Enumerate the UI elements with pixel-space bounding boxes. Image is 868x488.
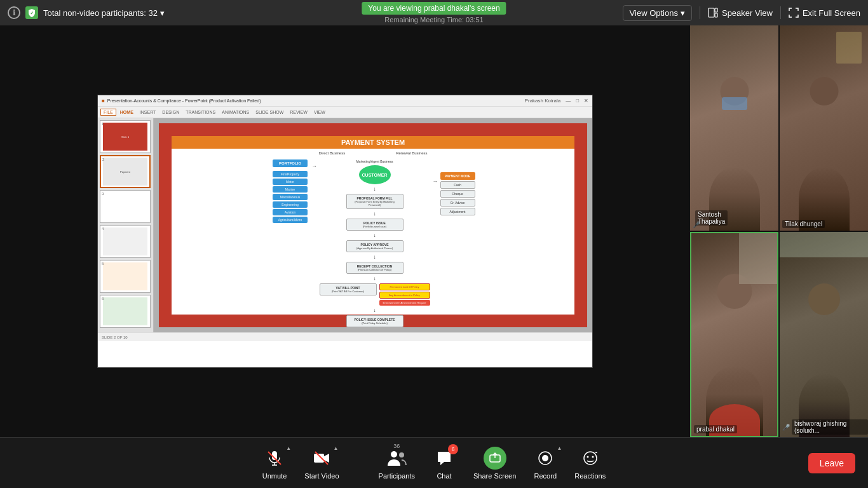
top-bar: ℹ Total non-video participants: 32 ▾ You… [0,0,868,25]
speaker-view-icon [708,8,718,18]
share-screen-button[interactable]: Share Screen [466,442,524,485]
bottom-bar: ▲ Unmute ▲ Start Video Participants [0,437,868,488]
slide-subtitle-right: Renewal Business [396,151,427,155]
complete-box: POLICY ISSUE COMPLETE (Print Policy Sche… [346,315,403,327]
chat-badge: 6 [448,444,458,454]
participants-icon-area [385,447,408,470]
video-name-1: Santosh Thapaliya [695,210,728,226]
marketing-label: Marketing/Agent Business [356,159,393,163]
ribbon-review[interactable]: REVIEW [287,109,310,115]
svg-point-10 [399,452,404,458]
video-cell-1: 🎤 Santosh Thapaliya [690,25,778,231]
participant-count-label[interactable]: Total non-video participants: 32 ▾ [43,8,165,18]
video-icon [313,449,330,467]
share-screen-icon-area [484,447,506,470]
slide-thumb-4[interactable]: 4 [100,225,151,258]
payment-slide: PAYMENT SYSTEM Direct Business Renewal B… [159,123,587,327]
item-motor: Motor [273,179,308,185]
reactions-icon-area [579,447,602,470]
start-video-button[interactable]: ▲ Start Video [297,442,346,485]
reactions-icon [580,449,600,467]
video-cell-4: 🎤 bishworaj ghishing (soluкh... [780,232,868,437]
ribbon-insert[interactable]: INSERT [137,109,159,115]
start-video-icon-area: ▲ [310,447,333,470]
item-aviation: Aviation [273,209,308,215]
ribbon-view[interactable]: VIEW [311,109,328,115]
ribbon-slideshow[interactable]: SLIDE SHOW [253,109,286,115]
video-name-4: bishworaj ghishing (soluкh... [792,419,868,435]
payment-adjust: Adjustment [440,208,475,215]
slide-thumb-3[interactable]: 3 [100,190,151,223]
item-marine: Marine [273,186,308,193]
payment-mode-box: PAYMENT MODE [440,172,475,180]
svg-point-13 [542,455,548,461]
slide-thumb-5[interactable]: 5 [100,260,151,293]
proposal-box: PROPOSAL FORM FILL (Proposal Form Entry … [346,194,403,209]
ppt-workspace: 1 Slide 1 2 Payment 3 [98,118,592,332]
payment-cheque: Cheque [440,190,475,198]
mute-icon-4: 🎤 [782,424,790,431]
record-icon [535,449,555,467]
permanent-lack-box: Permanent Lack Of Policy [379,283,430,290]
ribbon-file[interactable]: FILE [100,109,116,116]
svg-point-9 [391,451,397,458]
record-button[interactable]: ▲ Record [526,442,564,485]
unmute-button[interactable]: ▲ Unmute [255,442,295,485]
slide-thumb-1[interactable]: 1 Slide 1 [100,120,151,153]
ppt-titlebar: ■ Presentation-Accounts & Compliance - P… [98,95,592,107]
exit-fullscreen-icon [789,8,799,18]
info-icon[interactable]: ℹ [8,6,20,19]
svg-rect-0 [709,8,714,17]
slide-title: PAYMENT SYSTEM [172,136,574,149]
ribbon-design[interactable]: DESIGN [159,109,182,115]
record-chevron[interactable]: ▲ [557,445,562,451]
ammendment-box: Any Ammendment in Policy [379,292,430,299]
customer-box: CUSTOMER [359,165,391,184]
remaining-time: Remaining Meeting Time: 03:51 [384,16,483,24]
ribbon-home[interactable]: HOME [118,109,136,115]
ribbon-animations[interactable]: ANIMATIONS [219,109,252,115]
receipt-box: RECEIPT COLLECTION (Premium Collection o… [346,262,403,274]
slide-frame: ■ Presentation-Accounts & Compliance - P… [97,95,593,368]
viewing-banner: You are viewing prabal dhakal's screen [362,2,506,15]
video-cell-3: prabal dhakal [690,232,778,437]
share-circle [484,447,506,470]
speaker-view-button[interactable]: Speaker View [708,8,773,18]
divider [700,6,700,19]
participants-button[interactable]: Participants 36 [371,442,423,485]
exit-fullscreen-button[interactable]: Exit Full Screen [789,8,860,18]
video-chevron[interactable]: ▲ [334,445,339,451]
item-eng: Engineering [273,201,308,208]
slide-content: PAYMENT SYSTEM Direct Business Renewal B… [159,123,587,327]
item-misc: Miscellaneous [273,194,308,200]
main-content: ■ Presentation-Accounts & Compliance - P… [0,25,868,437]
slide-thumb-6[interactable]: 6 [100,295,151,328]
ribbon-transitions[interactable]: TRANSITIONS [183,109,218,115]
slide-inner: PAYMENT SYSTEM Direct Business Renewal B… [172,136,574,315]
slide-thumb-2[interactable]: 2 Payment [100,155,151,188]
svg-point-15 [587,456,588,458]
policy-approve-box: POLICY APPROVE (Approve By Authorized Pe… [346,240,403,252]
ppt-username: Prakash Koirala [525,98,560,104]
video-name-3: prabal dhakal [694,425,737,433]
chat-button[interactable]: 6 Chat [425,442,463,485]
unmute-chevron[interactable]: ▲ [286,445,291,451]
shield-icon [25,6,38,19]
leave-button[interactable]: Leave [808,453,855,473]
slide-count: SLIDE 2 OF 10 [102,336,128,339]
participants-icon [386,449,407,467]
mic-icon [266,449,283,467]
view-options-button[interactable]: View Options ▾ [623,5,692,21]
endorsement-box: Endorsement If Ammendment Require [379,300,430,306]
slide-area: ■ Presentation-Accounts & Compliance - P… [0,25,690,437]
reactions-button[interactable]: Reactions [567,442,613,485]
slide-subtitle-left: Direct Business [318,151,345,155]
svg-point-16 [592,456,593,458]
video-name-2: Tilak dhungel [782,220,825,228]
sidebar-videos: 🎤 Santosh Thapaliya Tilak dhungel [690,25,868,437]
payment-cr: Cr. Advise [440,199,475,207]
share-icon [489,452,501,464]
vat-box: VAT BILL PRINT (Print VAT Bill For Custo… [320,283,377,295]
divider [780,6,781,19]
top-bar-right: View Options ▾ Speaker View Exit Full Sc… [623,5,860,21]
